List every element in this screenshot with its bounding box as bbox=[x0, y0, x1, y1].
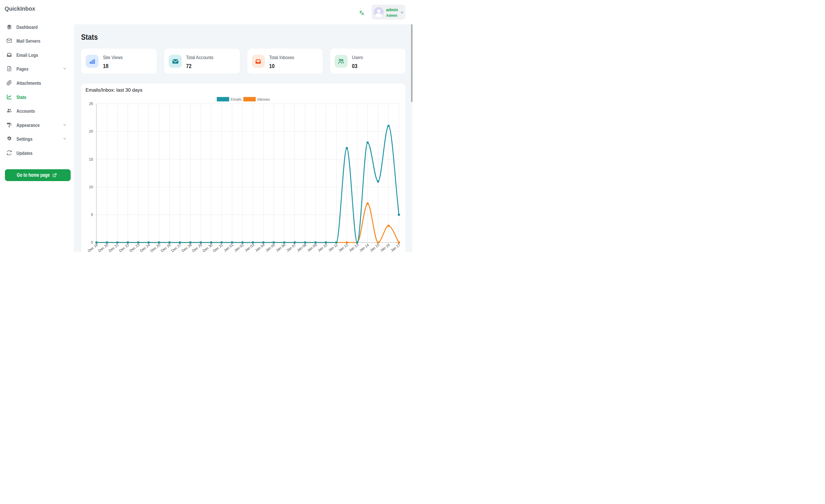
svg-text:Jan 12: Jan 12 bbox=[338, 243, 349, 252]
svg-text:25: 25 bbox=[89, 102, 93, 106]
svg-text:Jan 11: Jan 11 bbox=[328, 243, 339, 252]
svg-text:Dec 23: Dec 23 bbox=[129, 243, 140, 252]
svg-text:Jan 08: Jan 08 bbox=[296, 243, 307, 252]
svg-text:Jan 07: Jan 07 bbox=[286, 243, 297, 252]
svg-text:Dec 30: Dec 30 bbox=[202, 243, 214, 252]
svg-text:Dec 29: Dec 29 bbox=[191, 243, 203, 252]
svg-text:Jan 15: Jan 15 bbox=[369, 243, 380, 252]
svg-text:5: 5 bbox=[91, 213, 93, 217]
svg-text:Jan 16: Jan 16 bbox=[380, 243, 391, 252]
svg-text:Jan 09: Jan 09 bbox=[307, 243, 318, 252]
svg-text:Jan 06: Jan 06 bbox=[275, 243, 286, 252]
svg-text:Dec 25: Dec 25 bbox=[150, 243, 161, 252]
svg-text:10: 10 bbox=[89, 185, 93, 189]
svg-text:Dec 24: Dec 24 bbox=[139, 243, 151, 252]
svg-text:Emails: Emails bbox=[231, 97, 242, 101]
svg-text:20: 20 bbox=[89, 130, 93, 134]
svg-text:Jan 13: Jan 13 bbox=[348, 243, 359, 252]
svg-text:Jan 01: Jan 01 bbox=[223, 243, 234, 252]
svg-text:Jan 14: Jan 14 bbox=[359, 243, 370, 252]
svg-text:Inboxes: Inboxes bbox=[257, 97, 270, 101]
svg-text:Jan 02: Jan 02 bbox=[234, 243, 245, 252]
svg-text:Dec 28: Dec 28 bbox=[181, 243, 193, 252]
svg-text:Dec 21: Dec 21 bbox=[108, 243, 120, 252]
svg-text:Jan 17: Jan 17 bbox=[390, 243, 401, 252]
svg-text:0: 0 bbox=[91, 241, 93, 245]
svg-text:Dec 31: Dec 31 bbox=[212, 243, 224, 252]
svg-text:15: 15 bbox=[89, 157, 93, 161]
svg-text:Jan 03: Jan 03 bbox=[244, 243, 255, 252]
svg-text:Dec 27: Dec 27 bbox=[170, 243, 182, 252]
svg-text:Jan 05: Jan 05 bbox=[265, 243, 276, 252]
svg-text:Dec 22: Dec 22 bbox=[118, 243, 130, 252]
svg-text:Jan 10: Jan 10 bbox=[317, 243, 328, 252]
svg-text:Dec 26: Dec 26 bbox=[160, 243, 172, 252]
svg-text:Jan 04: Jan 04 bbox=[254, 243, 266, 252]
svg-text:Dec 20: Dec 20 bbox=[97, 243, 109, 252]
